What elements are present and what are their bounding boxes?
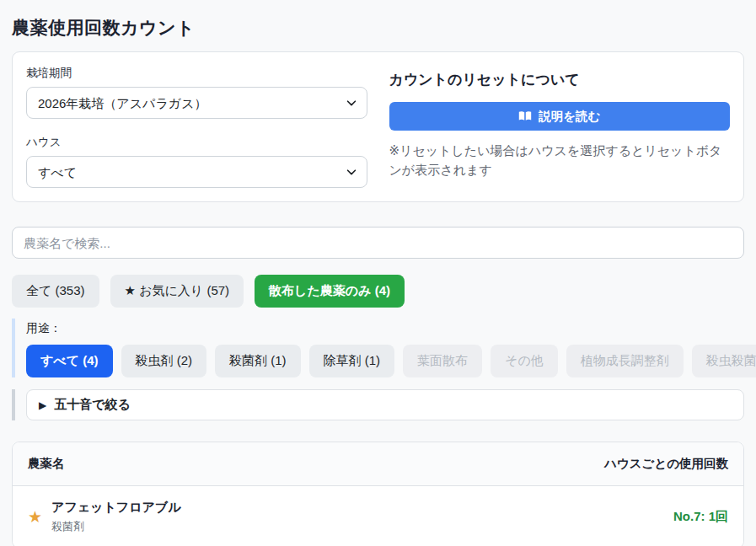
pesticide-name: アフェットフロアブル — [51, 500, 181, 516]
triangle-right-icon: ▶ — [39, 399, 46, 411]
period-field: 栽培期間 2026年栽培（アスパラガス） — [26, 66, 367, 119]
house-label: ハウス — [26, 135, 367, 150]
reset-note: ※リセットしたい場合はハウスを選択するとリセットボタンが表示されます — [389, 142, 731, 179]
table-header: 農薬名 ハウスごとの使用回数 — [13, 442, 743, 486]
view-filter-row: 全て (353) ★ お気に入り (57) 散布した農薬のみ (4) — [12, 275, 744, 308]
filters-card: 栽培期間 2026年栽培（アスパラガス） ハウス すべて — [12, 51, 744, 202]
page-title: 農薬使用回数カウント — [12, 0, 744, 51]
usage-foliar-spray-button: 葉面散布 — [403, 345, 482, 377]
usage-herbicide-button[interactable]: 除草剤 (1) — [309, 345, 395, 377]
read-explanation-button[interactable]: 説明を読む — [389, 102, 731, 131]
favorite-star-icon[interactable]: ★ — [28, 509, 42, 525]
row-left: ★ アフェットフロアブル 殺菌剤 — [28, 500, 181, 534]
usage-all-button[interactable]: すべて (4) — [26, 345, 113, 377]
syllabary-toggle-label: 五十音で絞る — [54, 397, 131, 413]
house-field: ハウス すべて — [26, 135, 367, 188]
syllabary-section: ▶ 五十音で絞る — [12, 389, 744, 420]
usage-filter-section: 用途： すべて (4) 殺虫剤 (2) 殺菌剤 (1) 除草剤 (1) 葉面散布… — [12, 318, 744, 377]
reset-info-column: カウントのリセットについて 説明を読む ※リセットしたい場合はハウスを選択すると… — [389, 66, 731, 188]
period-select[interactable]: 2026年栽培（アスパラガス） — [26, 87, 367, 119]
syllabary-toggle[interactable]: ▶ 五十音で絞る — [26, 389, 744, 420]
filter-all-button[interactable]: 全て (353) — [12, 275, 99, 308]
period-label: 栽培期間 — [26, 66, 367, 81]
usage-growth-regulator-button: 植物成長調整剤 — [566, 345, 684, 377]
filter-favorites-button[interactable]: ★ お気に入り (57) — [110, 275, 244, 308]
usage-insect-fungicide-button: 殺虫殺菌剤 — [692, 345, 756, 377]
pesticide-search-input[interactable] — [12, 227, 744, 259]
usage-count-badge: No.7: 1回 — [673, 509, 728, 525]
usage-filter-label: 用途： — [26, 318, 744, 345]
filter-sprayed-only-button[interactable]: 散布した農薬のみ (4) — [255, 275, 405, 308]
house-select[interactable]: すべて — [26, 156, 367, 188]
usage-fungicide-button[interactable]: 殺菌剤 (1) — [215, 345, 301, 377]
column-header-usage: ハウスごとの使用回数 — [604, 456, 728, 472]
filters-left-column: 栽培期間 2026年栽培（アスパラガス） ハウス すべて — [26, 66, 367, 188]
pesticide-table: 農薬名 ハウスごとの使用回数 ★ アフェットフロアブル 殺菌剤 No.7: 1回 — [12, 442, 744, 546]
usage-other-button: その他 — [491, 345, 558, 377]
usage-filter-options: すべて (4) 殺虫剤 (2) 殺菌剤 (1) 除草剤 (1) 葉面散布 その他… — [26, 345, 744, 377]
read-explanation-label: 説明を読む — [539, 109, 600, 125]
usage-insecticide-button[interactable]: 殺虫剤 (2) — [121, 345, 207, 377]
table-row[interactable]: ★ アフェットフロアブル 殺菌剤 No.7: 1回 — [13, 486, 743, 546]
row-name-block: アフェットフロアブル 殺菌剤 — [51, 500, 181, 534]
period-select-wrap: 2026年栽培（アスパラガス） — [26, 87, 367, 119]
house-select-wrap: すべて — [26, 156, 367, 188]
column-header-name: 農薬名 — [28, 456, 65, 472]
reset-heading: カウントのリセットについて — [389, 66, 731, 102]
page-container: 農薬使用回数カウント 栽培期間 2026年栽培（アスパラガス） ハウス — [0, 0, 756, 546]
pesticide-category: 殺菌剤 — [51, 519, 181, 534]
book-icon — [518, 110, 532, 122]
